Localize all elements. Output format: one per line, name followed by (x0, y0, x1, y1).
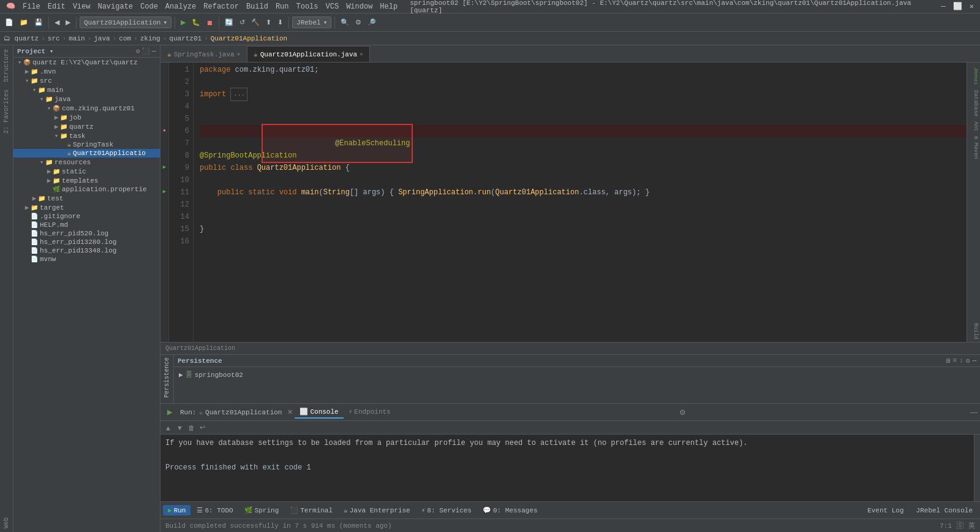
tree-item-quartz-folder[interactable]: ▶ 📁 quartz (13, 122, 160, 131)
panel-settings-icon[interactable]: ⚙ (136, 47, 140, 55)
tree-item-mvnw[interactable]: 📄 mvnw (13, 255, 160, 264)
tree-item-appprops[interactable]: 🌿 application.propertie (13, 185, 160, 194)
run-tab-endpoints[interactable]: ⚡ Endpoints (344, 406, 396, 419)
persist-icon-3[interactable]: ↕ (959, 357, 963, 365)
settings-button[interactable]: ⚙ (353, 17, 364, 28)
project-config-dropdown[interactable]: Quartz01Application ▾ (80, 17, 172, 28)
save-button[interactable]: 💾 (32, 17, 45, 28)
tree-item-task[interactable]: ▾ 📁 task (13, 131, 160, 140)
jrebel-console-button[interactable]: JRebel Console (911, 506, 978, 515)
todo-tool-button[interactable]: ☰ 6: TODO (192, 505, 238, 515)
tree-item-templates[interactable]: ▶ 📁 templates (13, 176, 160, 185)
search-button[interactable]: 🔍 (338, 17, 352, 28)
messages-tool-button[interactable]: 💬 0: Messages (478, 505, 543, 515)
tree-item-help[interactable]: 📄 HELP.md (13, 221, 160, 229)
bc-quartz01[interactable]: quartz01 (169, 35, 202, 42)
persist-icon-1[interactable]: ⊞ (946, 357, 951, 365)
wrap-button[interactable]: ↩ (198, 422, 207, 433)
minimize-button[interactable]: — (938, 2, 949, 11)
tree-item-src[interactable]: ▾ 📁 src (13, 76, 160, 85)
build-button[interactable]: 🔨 (249, 17, 262, 28)
jrebel-panel-icon[interactable]: JRebel (968, 65, 980, 88)
run-play-button[interactable]: ▶ (165, 407, 174, 417)
run-close-button[interactable]: — (970, 408, 978, 417)
pull-button[interactable]: ⬇ (275, 17, 285, 28)
scroll-down-button[interactable]: ▼ (175, 422, 185, 433)
bc-java[interactable]: java (94, 35, 110, 42)
run-tab-console[interactable]: ⬜ Console (295, 406, 343, 419)
tree-item-hserr3[interactable]: 📄 hs_err_pid13348.log (13, 246, 160, 255)
panel-close-icon[interactable]: — (152, 47, 156, 55)
gutter-9-run[interactable]: ▶ (160, 161, 168, 173)
tree-item-quartz-root[interactable]: ▾ 📦 quartz E:\Y2\Quartz\quartz (13, 58, 160, 67)
menu-build[interactable]: Build (243, 2, 272, 11)
menu-navigate[interactable]: Navigate (94, 2, 137, 11)
back-button[interactable]: ◀ (52, 17, 62, 28)
menu-help[interactable]: Help (376, 2, 401, 11)
persist-icon-5[interactable]: — (972, 357, 976, 365)
console-scrollbar[interactable] (974, 435, 980, 501)
tree-item-hserr2[interactable]: 📄 hs_err_pid13280.log (13, 238, 160, 246)
vtab-favorites[interactable]: 2: Favorites (1, 86, 12, 137)
bc-zking[interactable]: zking (140, 35, 160, 42)
terminal-tool-button[interactable]: ⬛ Terminal (285, 505, 337, 515)
tree-item-springtask[interactable]: ☕ SpringTask (13, 140, 160, 149)
run-tool-button[interactable]: ▶ Run (163, 505, 190, 515)
menu-code[interactable]: Code (137, 2, 162, 11)
new-file-button[interactable]: 📄 (2, 17, 16, 28)
forward-button[interactable]: ▶ (63, 17, 73, 28)
tree-item-package[interactable]: ▾ 📦 com.zking.quartz01 (13, 104, 160, 113)
tree-item-target[interactable]: ▶ 📁 target (13, 203, 160, 212)
tab-springtask-close[interactable]: ✕ (237, 51, 240, 58)
vtab-persistence[interactable]: Persistence (162, 355, 172, 400)
database-panel-icon[interactable]: Database (968, 88, 980, 119)
menu-view[interactable]: View (69, 2, 94, 11)
menu-analyze[interactable]: Analyze (162, 2, 200, 11)
services-tool-button[interactable]: ⚡ 8: Services (417, 505, 477, 515)
menu-edit[interactable]: Edit (44, 2, 69, 11)
vtab-web[interactable]: Web (1, 514, 12, 532)
menu-run[interactable]: Run (272, 2, 293, 11)
maven-panel-icon[interactable]: m Maven (968, 134, 980, 162)
run-settings-button[interactable]: ⚙ (679, 408, 686, 417)
stop-button[interactable]: ⏹ (204, 18, 216, 28)
bc-quartz[interactable]: 🗂 quartz (4, 34, 39, 42)
tree-item-hserr1[interactable]: 📄 hs_err_pid520.log (13, 229, 160, 238)
tree-item-static[interactable]: ▶ 📁 static (13, 167, 160, 176)
tree-item-resources[interactable]: ▾ 📁 resources (13, 158, 160, 167)
gradle-panel-icon[interactable]: Build (968, 321, 980, 342)
tree-item-job[interactable]: ▶ 📁 job (13, 113, 160, 122)
run-button[interactable]: ▶ (178, 17, 188, 28)
tree-item-mvn[interactable]: ▶ 📁 .mvn (13, 67, 160, 76)
panel-collapse-icon[interactable]: ⬛ (141, 47, 150, 55)
menu-refactor[interactable]: Refactor (200, 2, 243, 11)
scroll-up-button[interactable]: ▲ (163, 422, 173, 433)
menu-window[interactable]: Window (342, 2, 376, 11)
bc-main[interactable]: main (69, 35, 85, 42)
find-button[interactable]: 🔎 (365, 17, 379, 28)
menu-tools[interactable]: Tools (293, 2, 322, 11)
event-log-button[interactable]: Event Log (862, 506, 908, 515)
tree-item-gitignore[interactable]: 📄 .gitignore (13, 212, 160, 221)
tree-item-java[interactable]: ▾ 📁 java (13, 94, 160, 104)
vtab-structure[interactable]: Structure (1, 45, 12, 86)
persist-icon-4[interactable]: ⚙ (966, 357, 970, 365)
close-run-button[interactable]: ✕ (285, 407, 295, 417)
tree-item-main[interactable]: ▾ 📁 main (13, 85, 160, 94)
code-content[interactable]: package com.zking.quartz01; import ... (194, 63, 967, 342)
tab-quartz01app-close[interactable]: ✕ (360, 51, 363, 58)
jrebel-dropdown[interactable]: JRebel ▾ (292, 17, 331, 28)
ant-panel-icon[interactable]: Ant (968, 119, 980, 134)
spring-tool-button[interactable]: 🌿 Spring (239, 505, 284, 515)
reload-button[interactable]: ↺ (237, 17, 247, 28)
gutter-11-run[interactable]: ▶ (160, 185, 168, 197)
close-button[interactable]: ✕ (966, 2, 978, 11)
tab-springtask[interactable]: ☕ SpringTask.java ✕ (160, 46, 247, 62)
open-button[interactable]: 📁 (17, 17, 31, 28)
persist-icon-2[interactable]: ≡ (953, 357, 957, 365)
menu-vcs[interactable]: VCS (322, 2, 343, 11)
maximize-button[interactable]: ⬜ (949, 2, 966, 11)
vcs-button[interactable]: ⬆ (263, 17, 274, 28)
collapsed-imports[interactable]: ... (230, 88, 247, 101)
tab-quartz01app[interactable]: ☕ Quartz01Application.java ✕ (247, 46, 369, 62)
